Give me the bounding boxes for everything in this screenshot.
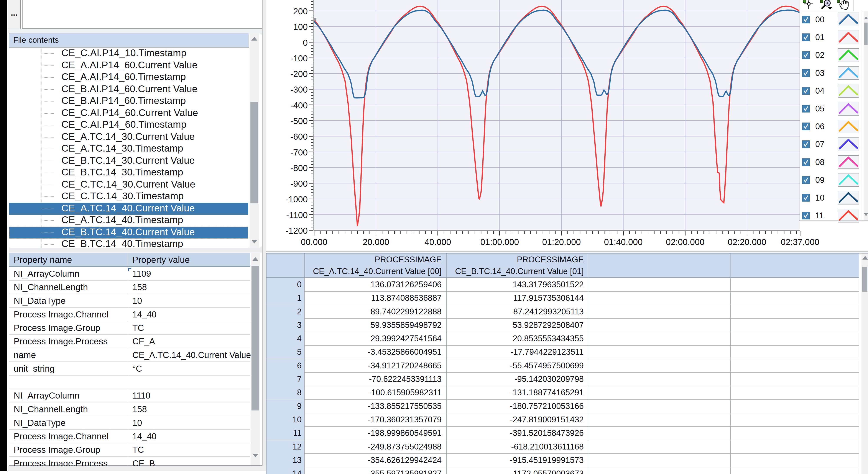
svg-text:-700: -700 bbox=[290, 148, 308, 157]
svg-text:02:37.000: 02:37.000 bbox=[781, 237, 819, 247]
svg-text:20.000: 20.000 bbox=[363, 237, 389, 247]
svg-text:-1100: -1100 bbox=[286, 210, 308, 220]
svg-text:00.000: 00.000 bbox=[301, 237, 327, 247]
svg-text:0: 0 bbox=[303, 38, 308, 47]
svg-text:-400: -400 bbox=[290, 101, 308, 110]
svg-text:40.000: 40.000 bbox=[425, 237, 451, 247]
svg-text:-900: -900 bbox=[290, 179, 308, 189]
svg-text:100: 100 bbox=[293, 22, 308, 32]
svg-text:01:20.000: 01:20.000 bbox=[542, 237, 581, 247]
svg-text:01:00.000: 01:00.000 bbox=[480, 237, 519, 247]
svg-text:-600: -600 bbox=[290, 132, 308, 141]
svg-text:-300: -300 bbox=[290, 85, 308, 94]
svg-text:-1200: -1200 bbox=[286, 226, 308, 235]
svg-text:-1000: -1000 bbox=[286, 195, 308, 204]
svg-text:-100: -100 bbox=[290, 54, 308, 63]
svg-text:-500: -500 bbox=[290, 116, 308, 126]
svg-text:-800: -800 bbox=[290, 163, 308, 173]
svg-text:-200: -200 bbox=[290, 69, 308, 79]
svg-text:01:40.000: 01:40.000 bbox=[604, 237, 643, 247]
svg-text:02:00.000: 02:00.000 bbox=[666, 237, 705, 247]
svg-text:02:20.000: 02:20.000 bbox=[728, 237, 767, 247]
svg-text:200: 200 bbox=[293, 6, 308, 16]
